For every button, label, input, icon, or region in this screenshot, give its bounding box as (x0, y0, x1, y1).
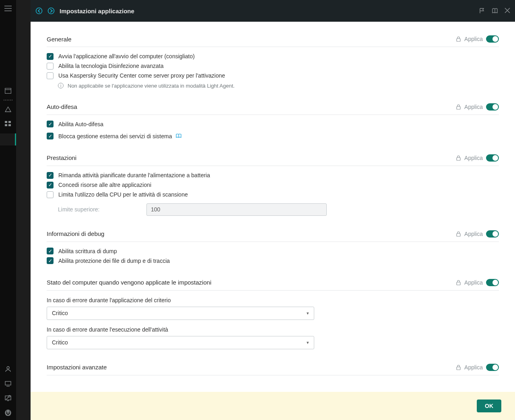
header-circle-icon[interactable] (47, 7, 55, 14)
dd2-label: In caso di errore durante l'esecuzione d… (47, 326, 499, 333)
toggle-debug[interactable] (486, 230, 499, 238)
lock-icon (456, 231, 461, 237)
rail-active-indicator (0, 133, 16, 145)
limit-input[interactable] (146, 203, 327, 216)
toggle-general[interactable] (486, 35, 499, 43)
section-advanced: Impostazioni avanzate Applica (47, 364, 499, 375)
checkbox-label: Abilita la tecnologia Disinfezione avanz… (58, 62, 164, 70)
info-line: i Non applicabile se l'applicazione vien… (58, 83, 499, 89)
toggle-selfdefense[interactable] (486, 103, 499, 111)
limit-label: Limite superiore: (58, 206, 146, 213)
section-title: Stato del computer quando vengono applic… (47, 279, 211, 286)
dd-value: Critico (52, 310, 68, 316)
checkbox-concede[interactable] (47, 182, 54, 188)
modal-scrim (16, 0, 31, 420)
dd-value: Critico (52, 339, 68, 346)
section-general: Generale Applica Avvia l'applicazione al… (47, 35, 499, 89)
checkbox-label: Avvia l'applicazione all'avvio del compu… (58, 53, 195, 60)
checkbox-autostart[interactable] (47, 53, 54, 60)
svg-rect-7 (5, 381, 11, 385)
checkbox-label: Usa Kaspersky Security Center come serve… (58, 72, 225, 79)
tree-icon[interactable] (5, 121, 11, 127)
checkbox-ksc-proxy[interactable] (47, 72, 54, 79)
book-icon[interactable] (492, 8, 498, 14)
help-book-icon[interactable] (174, 133, 181, 139)
back-circle-icon[interactable] (35, 7, 43, 14)
flag-icon[interactable] (479, 8, 485, 14)
lock-icon (456, 36, 461, 42)
checkbox-label: Rimanda attività pianificate durante l'a… (58, 172, 210, 179)
device-icon[interactable] (5, 381, 11, 387)
svg-rect-16 (457, 107, 460, 109)
svg-rect-4 (5, 124, 7, 126)
checkbox-cpu-limit[interactable] (47, 191, 54, 198)
lock-icon (456, 104, 461, 110)
checkbox-enable-selfdef[interactable] (47, 121, 54, 127)
checkbox-adv-disinfect[interactable] (47, 63, 54, 70)
dd1-label: In caso di errore durante l'applicazione… (47, 297, 499, 303)
account-icon[interactable] (5, 410, 11, 416)
checkbox-label: Abilita protezione dei file di dump e di… (58, 257, 170, 264)
svg-point-6 (7, 367, 9, 369)
alert-icon[interactable] (5, 107, 11, 112)
section-title: Generale (47, 36, 72, 43)
wrench-icon[interactable] (5, 394, 11, 401)
left-rail (0, 0, 16, 420)
svg-point-13 (36, 8, 42, 14)
settings-panel: Impostazioni applicazione Generale (31, 0, 515, 420)
window-icon[interactable] (5, 88, 11, 94)
apply-label: Applica (464, 104, 483, 110)
info-text: Non applicabile se l'applicazione viene … (68, 83, 235, 89)
lock-icon (456, 155, 461, 161)
svg-rect-0 (5, 88, 11, 94)
panel-title: Impostazioni applicazione (60, 8, 134, 14)
menu-icon[interactable] (4, 6, 12, 11)
svg-rect-18 (457, 234, 460, 236)
checkbox-label: Limita l'utilizzo della CPU per le attiv… (58, 191, 188, 198)
svg-rect-20 (457, 367, 460, 370)
checkbox-label: Concedi risorse alle altre applicazioni (58, 181, 151, 188)
apply-label: Applica (464, 279, 483, 286)
ok-button[interactable]: OK (477, 400, 501, 412)
checkbox-label: Abilita scrittura di dump (58, 248, 117, 255)
user-icon[interactable] (5, 366, 11, 372)
checkbox-label: Blocca gestione esterna dei servizi di s… (58, 133, 181, 140)
lock-icon (456, 280, 461, 285)
section-performance: Prestazioni Applica Rimanda attività pia… (47, 154, 499, 216)
section-title: Impostazioni avanzate (47, 364, 107, 371)
svg-point-12 (7, 411, 9, 413)
apply-label: Applica (464, 231, 483, 237)
chevron-down-icon: ▾ (307, 311, 309, 316)
svg-rect-19 (457, 282, 460, 285)
checkbox-protect-dump[interactable] (47, 257, 54, 264)
dd-policy-error[interactable]: Critico ▾ (47, 307, 314, 320)
rail-separator (4, 100, 12, 100)
section-computer-state: Stato del computer quando vengono applic… (47, 279, 499, 349)
close-icon[interactable] (505, 8, 510, 14)
section-title: Auto-difesa (47, 103, 77, 110)
info-icon: i (58, 83, 64, 88)
panel-body: Generale Applica Avvia l'applicazione al… (31, 22, 515, 420)
svg-rect-5 (8, 124, 11, 126)
panel-header: Impostazioni applicazione (31, 0, 515, 22)
section-title: Informazioni di debug (47, 230, 104, 237)
checkbox-dump[interactable] (47, 248, 54, 254)
svg-rect-2 (5, 121, 7, 123)
section-title: Prestazioni (47, 154, 76, 161)
svg-point-14 (48, 8, 54, 14)
toggle-performance[interactable] (486, 154, 499, 162)
checkbox-block-external[interactable] (47, 133, 54, 139)
toggle-advanced[interactable] (486, 364, 499, 371)
checkbox-label: Abilita Auto-difesa (58, 121, 103, 128)
apply-label: Applica (464, 36, 483, 42)
lock-icon (456, 365, 461, 370)
section-selfdefense: Auto-difesa Applica Abilita Auto-difesa … (47, 103, 499, 140)
toggle-state[interactable] (486, 279, 499, 286)
section-debug: Informazioni di debug Applica Abilita sc… (47, 230, 499, 264)
chevron-down-icon: ▾ (307, 340, 309, 345)
checkbox-battery[interactable] (47, 172, 54, 179)
svg-rect-15 (457, 39, 460, 41)
dd-task-error[interactable]: Critico ▾ (47, 336, 314, 349)
apply-label: Applica (464, 364, 483, 371)
apply-label: Applica (464, 155, 483, 161)
